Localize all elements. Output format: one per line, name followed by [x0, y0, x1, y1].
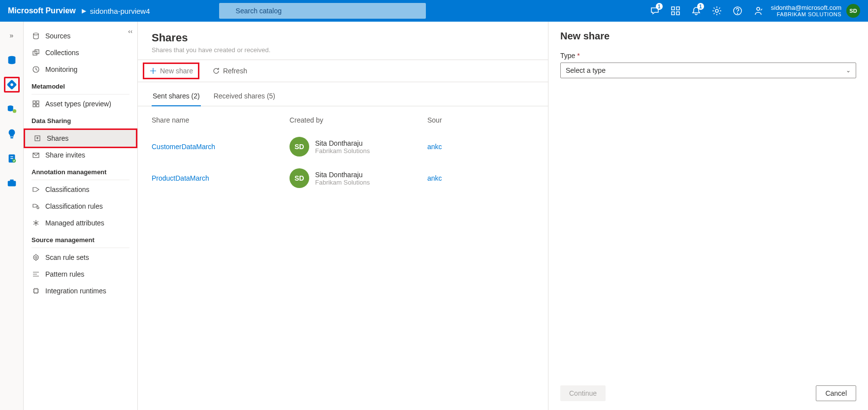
svg-rect-3 [676, 7, 679, 10]
sidebar-item-label: Sources [45, 32, 70, 40]
required-indicator: * [577, 52, 579, 60]
sidebar-group-source-mgmt: Source management [24, 231, 137, 247]
notifications-icon[interactable]: 1 [691, 6, 701, 16]
directory-icon[interactable] [671, 6, 680, 16]
rail-management-icon[interactable] [4, 175, 20, 191]
new-share-button[interactable]: New share [143, 63, 199, 79]
rail-dataestate-icon[interactable] [4, 101, 20, 117]
refresh-label: Refresh [223, 67, 247, 75]
sidebar-item-label: Integration runtimes [45, 287, 106, 295]
svg-rect-15 [10, 137, 13, 138]
sidebar-item-scan-rule-sets[interactable]: Scan rule sets [24, 249, 137, 266]
page-subtitle: Shares that you have created or received… [152, 46, 534, 54]
rail-datacatalog-icon[interactable] [4, 52, 20, 68]
notifications-badge: 1 [697, 3, 704, 10]
sidebar-item-sources[interactable]: Sources [24, 28, 137, 44]
table-row: CustomerDataMarch SD Sita Dontharaju Fab… [152, 131, 534, 162]
sidebar-item-collections[interactable]: Collections [24, 44, 137, 61]
tab-sent-shares[interactable]: Sent shares (2) [152, 88, 201, 106]
feedback-icon[interactable]: 1 [650, 6, 660, 16]
share-invites-icon [32, 151, 40, 159]
svg-point-14 [12, 109, 16, 113]
share-name-link[interactable]: CustomerDataMarch [152, 143, 289, 151]
continue-button[interactable]: Continue [560, 385, 606, 401]
sidebar-item-pattern-rules[interactable]: Pattern rules [24, 266, 137, 283]
new-share-panel: New share Type * Select a type ⌄ Continu… [548, 22, 868, 410]
search-input[interactable] [219, 3, 426, 19]
svg-rect-18 [7, 181, 16, 186]
refresh-button[interactable]: Refresh [207, 64, 252, 78]
settings-icon[interactable] [712, 6, 722, 16]
instance-name[interactable]: sidontha-purview4 [90, 7, 150, 15]
creator-avatar: SD [289, 168, 309, 188]
chevron-down-icon: ⌄ [846, 67, 851, 74]
rail-datapolicy-icon[interactable] [4, 151, 20, 166]
svg-rect-24 [33, 101, 35, 103]
sidebar-item-label: Collections [45, 49, 79, 57]
svg-rect-26 [33, 104, 35, 107]
brand: Microsoft Purview [8, 6, 76, 15]
svg-point-32 [35, 256, 37, 258]
share-name-link[interactable]: ProductDataMarch [152, 174, 289, 182]
svg-point-12 [10, 83, 13, 86]
table-row: ProductDataMarch SD Sita Dontharaju Fabr… [152, 162, 534, 194]
tab-received-shares[interactable]: Received shares (5) [213, 88, 276, 106]
sidebar-item-label: Scan rule sets [45, 253, 89, 261]
managed-attributes-icon [32, 219, 40, 227]
nav-rail: » [0, 22, 24, 410]
sidebar-item-share-invites[interactable]: Share invites [24, 147, 137, 163]
expand-rail-icon[interactable]: » [4, 28, 20, 43]
svg-point-8 [737, 13, 738, 14]
svg-rect-2 [672, 7, 675, 10]
sidebar: ‹‹ Sources Collections Monitoring Metamo… [24, 22, 138, 410]
sidebar-group-annotation: Annotation management [24, 163, 137, 179]
svg-rect-25 [36, 101, 39, 103]
sidebar-item-label: Pattern rules [45, 270, 84, 278]
sources-icon [32, 32, 40, 40]
column-header-source[interactable]: Sour [427, 116, 534, 124]
pattern-rules-icon [32, 270, 40, 279]
creator-name: Sita Dontharaju [315, 139, 370, 147]
cancel-button[interactable]: Cancel [816, 385, 856, 401]
column-header-name[interactable]: Share name [152, 116, 289, 124]
support-icon[interactable] [753, 6, 763, 16]
sidebar-item-classification-rules[interactable]: Classification rules [24, 198, 137, 215]
svg-rect-33 [34, 289, 38, 293]
asset-types-icon [32, 99, 40, 108]
main-content: Shares Shares that you have created or r… [138, 22, 548, 410]
svg-point-20 [33, 33, 38, 35]
user-avatar[interactable]: SD [846, 4, 860, 18]
plus-icon [149, 67, 157, 75]
creator-org: Fabrikam Solutions [315, 147, 370, 155]
refresh-icon [212, 67, 220, 75]
feedback-badge: 1 [656, 3, 663, 10]
svg-point-30 [37, 207, 39, 209]
sidebar-item-monitoring[interactable]: Monitoring [24, 61, 137, 78]
sidebar-item-shares[interactable]: Shares [25, 130, 136, 147]
svg-point-6 [715, 9, 718, 12]
type-select[interactable]: Select a type ⌄ [560, 63, 856, 78]
collections-icon [32, 48, 40, 57]
rail-datamap-icon[interactable] [4, 77, 20, 93]
page-title: Shares [152, 32, 534, 44]
sidebar-item-classifications[interactable]: Classifications [24, 181, 137, 198]
svg-point-31 [33, 255, 38, 260]
sidebar-item-label: Share invites [45, 151, 85, 159]
source-link[interactable]: ankc [427, 143, 534, 151]
user-info[interactable]: sidontha@microsoft.com FABRIKAM SOLUTION… [771, 4, 841, 18]
collapse-sidebar-icon[interactable]: ‹‹ [128, 28, 132, 35]
type-placeholder: Select a type [566, 66, 606, 74]
sidebar-item-integration-runtimes[interactable]: Integration runtimes [24, 283, 137, 299]
creator-org: Fabrikam Solutions [315, 179, 370, 186]
shares-icon [33, 134, 42, 143]
column-header-createdby[interactable]: Created by [289, 116, 427, 124]
svg-point-9 [757, 7, 760, 10]
sidebar-item-asset-types[interactable]: Asset types (preview) [24, 95, 137, 112]
rail-insights-icon[interactable] [4, 126, 20, 142]
sidebar-item-managed-attributes[interactable]: Managed attributes [24, 215, 137, 231]
help-icon[interactable] [733, 6, 742, 16]
sidebar-item-label: Classifications [45, 186, 89, 193]
panel-title: New share [560, 31, 856, 42]
source-link[interactable]: ankc [427, 174, 534, 182]
sidebar-item-label: Monitoring [45, 65, 77, 73]
